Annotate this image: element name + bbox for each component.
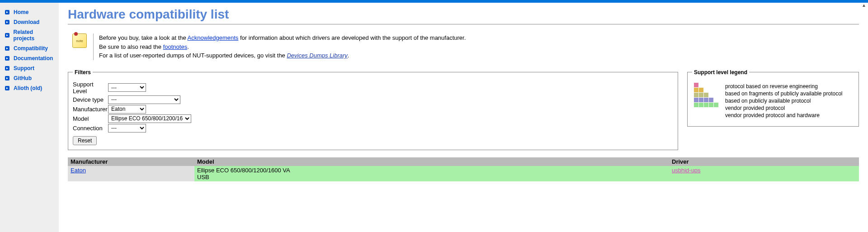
filter-row-connection: Connection ---: [73, 124, 673, 133]
model-select[interactable]: Ellipse ECO 650/800/1200/1600: [108, 114, 191, 123]
filter-label-supportlevel: Support Level: [73, 81, 108, 95]
sidebar: Home Download Related projects Compatibi…: [0, 3, 59, 232]
legend-bar-2: [694, 88, 719, 93]
filter-label-manufacturer: Manufacturer: [73, 106, 108, 113]
filter-label-devicetype: Device type: [73, 96, 108, 103]
note-text-suffix: for information about which drivers are …: [240, 34, 466, 41]
sidebar-item-label: Compatibility: [14, 45, 48, 52]
table-header-row: Manufacturer Model Driver: [68, 157, 859, 166]
note-text-prefix: Before you buy, take a look at the: [99, 34, 188, 41]
note-line2-suffix: .: [187, 43, 189, 50]
legend-title: Support level legend: [692, 69, 749, 76]
legend-bar-4: [694, 98, 719, 103]
note-icon: note: [72, 33, 87, 48]
legend-bar-1: [694, 83, 719, 88]
bullet-icon: [5, 56, 10, 61]
legend-lines: protocol based on reverse engineering ba…: [725, 83, 843, 119]
connection-select[interactable]: ---: [108, 124, 146, 133]
hcl-table: Manufacturer Model Driver Eaton Ellipse …: [68, 157, 859, 181]
legend-line-5: vendor provided protocol and hardware: [725, 112, 843, 119]
legend-fieldset: Support level legend protocol based on r…: [687, 69, 859, 127]
table-row: Eaton Ellipse ECO 650/800/1200/1600 VA U…: [68, 166, 859, 181]
legend-line-3: based on publicly available protocol: [725, 97, 843, 104]
filter-row-supportlevel: Support Level ---: [73, 81, 673, 95]
sidebar-item-download[interactable]: Download: [0, 17, 59, 27]
th-manufacturer: Manufacturer: [68, 157, 194, 166]
filter-row-devicetype: Device type ---: [73, 95, 673, 104]
legend-bar-3: [694, 93, 719, 98]
page-title: Hardware compatibility list: [68, 7, 859, 22]
sidebar-item-documentation[interactable]: Documentation: [0, 53, 59, 63]
sidebar-item-label: Related projects: [14, 29, 54, 42]
devices-dumps-link[interactable]: Devices Dumps Library: [287, 52, 347, 59]
note-box: note Before you buy, take a look at the …: [72, 33, 859, 60]
filters-legend: Filters: [73, 69, 93, 76]
layout: Home Download Related projects Compatibi…: [0, 3, 868, 232]
legend-bars: [694, 83, 719, 119]
sidebar-item-label: Home: [14, 9, 28, 15]
note-line3-prefix: For a list of user-reported dumps of NUT…: [99, 52, 287, 59]
bullet-icon: [5, 46, 10, 51]
sidebar-item-home[interactable]: Home: [0, 7, 59, 17]
cell-model: Ellipse ECO 650/800/1200/1600 VA USB: [194, 166, 669, 181]
filter-label-connection: Connection: [73, 125, 108, 132]
footnotes-link[interactable]: footnotes: [163, 43, 188, 50]
driver-link[interactable]: usbhid-ups: [672, 167, 701, 174]
sidebar-item-label: Alioth (old): [14, 85, 42, 91]
sidebar-item-support[interactable]: Support: [0, 63, 59, 73]
acknowledgements-link[interactable]: Acknowledgements: [188, 34, 239, 41]
bullet-icon: [5, 33, 10, 38]
manufacturer-link[interactable]: Eaton: [71, 167, 86, 174]
sidebar-item-alioth[interactable]: Alioth (old): [0, 83, 59, 93]
support-level-select[interactable]: ---: [108, 83, 146, 92]
manufacturer-select[interactable]: Eaton: [108, 105, 146, 114]
title-divider: [68, 24, 859, 24]
sidebar-item-label: Documentation: [14, 55, 53, 62]
reset-button[interactable]: Reset: [73, 136, 97, 145]
filters-and-legend-row: Filters Support Level --- Device type --…: [68, 69, 859, 150]
bullet-icon: [5, 76, 10, 81]
note-text: Before you buy, take a look at the Ackno…: [93, 33, 466, 60]
cell-driver: usbhid-ups: [669, 166, 859, 181]
bullet-icon: [5, 9, 10, 15]
legend-content: protocol based on reverse engineering ba…: [692, 80, 854, 122]
legend-line-2: based on fragments of publicly available…: [725, 90, 843, 97]
th-driver: Driver: [669, 157, 859, 166]
th-model: Model: [194, 157, 669, 166]
model-line2: USB: [197, 174, 666, 180]
bullet-icon: [5, 66, 10, 71]
sidebar-item-relatedprojects[interactable]: Related projects: [0, 27, 59, 43]
legend-line-1: protocol based on reverse engineering: [725, 83, 843, 90]
cell-manufacturer: Eaton: [68, 166, 194, 181]
bullet-icon: [5, 19, 10, 25]
filter-row-manufacturer: Manufacturer Eaton: [73, 105, 673, 114]
legend-bar-5: [694, 103, 719, 108]
note-line2-prefix: Be sure to also read the: [99, 43, 163, 50]
legend-line-4: vendor provided protocol: [725, 104, 843, 112]
sidebar-item-github[interactable]: GitHub: [0, 73, 59, 83]
filter-row-model: Model Ellipse ECO 650/800/1200/1600: [73, 114, 673, 123]
filters-fieldset: Filters Support Level --- Device type --…: [68, 69, 678, 150]
bullet-icon: [5, 85, 10, 91]
sidebar-item-compatibility[interactable]: Compatibility: [0, 43, 59, 53]
filter-label-model: Model: [73, 115, 108, 122]
sidebar-item-label: GitHub: [14, 75, 32, 81]
main-content: Hardware compatibility list note Before …: [59, 3, 868, 232]
sidebar-item-label: Support: [14, 65, 34, 71]
note-line3-suffix: .: [348, 52, 349, 59]
sidebar-item-label: Download: [14, 19, 39, 25]
device-type-select[interactable]: ---: [108, 95, 180, 104]
model-line1: Ellipse ECO 650/800/1200/1600 VA: [197, 167, 666, 174]
